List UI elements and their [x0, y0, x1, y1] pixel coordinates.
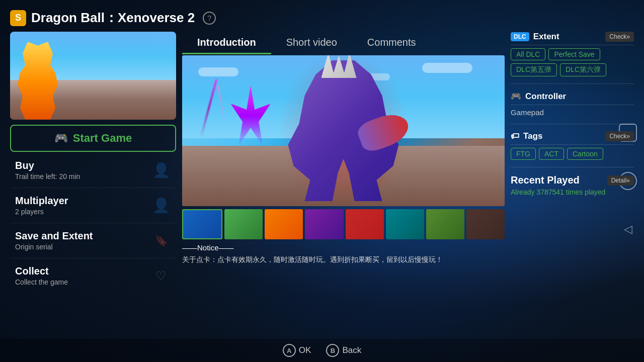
- main-content: DRAGONBALLX·2 🎮 Start Game Buy Trail tim…: [0, 32, 644, 339]
- game-title: Dragon Ball：Xenoverse 2: [31, 9, 195, 27]
- fight-character: [288, 60, 399, 201]
- tab-short-video[interactable]: Short video: [271, 32, 352, 53]
- dlc-tags: All DLC Perfect Save DLC第五弹 DLC第六弹: [511, 48, 634, 76]
- game-screenshot: [182, 55, 505, 206]
- tags-divider: [511, 144, 634, 145]
- controller-icon: 🎮: [511, 91, 521, 102]
- tag-ftg[interactable]: FTG: [511, 148, 536, 160]
- buy-sub: Trail time left: 20 min: [15, 172, 171, 180]
- buy-icon: 👤: [151, 160, 171, 180]
- save-extent-sub: Origin serial: [15, 243, 171, 251]
- dlc-tag-6[interactable]: DLC第六弹: [560, 63, 606, 76]
- dlc-tag-5[interactable]: DLC第五弹: [511, 63, 557, 76]
- buy-menu-item[interactable]: Buy Trail time left: 20 min 👤: [10, 153, 176, 188]
- recent-played-label: Recent Played: [511, 174, 580, 186]
- dlc-tag-all[interactable]: All DLC: [511, 48, 545, 60]
- extent-divider: [511, 45, 634, 45]
- section-divider-3: [511, 167, 634, 167]
- center-panel: Introduction Short video Comments: [182, 32, 505, 339]
- back-button[interactable]: B Back: [326, 344, 361, 357]
- detail-button[interactable]: Detail»: [607, 175, 634, 186]
- heart-icon: ♡: [151, 266, 171, 286]
- tag-cartoon[interactable]: Cartoon: [567, 148, 603, 160]
- thumb-8[interactable]: [466, 209, 505, 239]
- extent-check-button[interactable]: Check»: [605, 32, 634, 42]
- header: S Dragon Ball：Xenoverse 2 ?: [0, 0, 644, 32]
- multiplayer-icon: 👤: [151, 196, 171, 216]
- controller-label: Controller: [525, 92, 566, 102]
- multiplayer-menu-item[interactable]: Multiplayer 2 players 👤: [10, 188, 176, 223]
- buy-title: Buy: [15, 160, 171, 171]
- save-extent-menu-item[interactable]: Save and Extent Origin serial 🔖: [10, 223, 176, 258]
- thumb-5[interactable]: [346, 209, 384, 239]
- recent-played-section: Recent Played Detail» Already 3787541 ti…: [511, 174, 634, 196]
- played-count: 3787541: [536, 188, 564, 196]
- notice-title: ——Notice——: [182, 243, 505, 252]
- controller-section: 🎮 Controller Gamepad: [511, 91, 634, 117]
- save-extent-title: Save and Extent: [15, 230, 171, 242]
- tag-icon: 🏷: [511, 131, 519, 141]
- dlc-tag-perfect-save[interactable]: Perfect Save: [548, 48, 600, 60]
- game-cover: DRAGONBALLX·2: [10, 32, 176, 120]
- extent-title: DLC Extent: [511, 32, 559, 42]
- b-button: B: [326, 344, 339, 357]
- collect-menu-item[interactable]: Collect Collect the game ♡: [10, 258, 176, 293]
- start-button-label: Start Game: [73, 132, 132, 145]
- multiplayer-sub: 2 players: [15, 208, 171, 216]
- played-prefix: Already: [511, 188, 534, 196]
- section-divider-1: [511, 83, 634, 84]
- a-button: A: [283, 344, 296, 357]
- notice-section: ——Notice—— 关于点卡：点卡有效期永久，随时激活随时玩。遇到折扣果断买，…: [182, 243, 505, 265]
- tags-check-button[interactable]: Check»: [605, 131, 634, 141]
- bottom-bar: A OK B Back: [0, 339, 644, 362]
- tabs: Introduction Short video Comments: [182, 32, 505, 53]
- dlc-badge: DLC: [511, 32, 529, 41]
- played-suffix: times played: [566, 188, 606, 196]
- extent-header: DLC Extent Check»: [511, 32, 634, 42]
- tags-section: 🏷 Tags Check» FTG ACT Cartoon: [511, 131, 634, 160]
- controller-divider: [511, 105, 634, 105]
- gamepad-label: Gamepad: [511, 108, 634, 117]
- tags-title: 🏷 Tags: [511, 131, 542, 141]
- tab-introduction[interactable]: Introduction: [182, 32, 271, 53]
- thumb-7[interactable]: [426, 209, 464, 239]
- thumb-4[interactable]: [305, 209, 343, 239]
- thumb-2[interactable]: [224, 209, 263, 239]
- collect-sub: Collect the game: [15, 278, 171, 286]
- tags-label: Tags: [523, 131, 542, 141]
- notice-text: 关于点卡：点卡有效期永久，随时激活随时玩。遇到折扣果断买，留到以后慢慢玩！: [182, 254, 505, 265]
- extent-label: Extent: [533, 32, 559, 42]
- extent-section: DLC Extent Check» All DLC Perfect Save D…: [511, 32, 634, 76]
- app-icon: S: [10, 10, 26, 26]
- tab-comments[interactable]: Comments: [352, 32, 431, 53]
- tag-act[interactable]: ACT: [539, 148, 564, 160]
- recent-played-row: Recent Played Detail»: [511, 174, 634, 186]
- ok-button[interactable]: A OK: [283, 344, 311, 357]
- section-divider-2: [511, 124, 634, 124]
- right-panel: DLC Extent Check» All DLC Perfect Save D…: [511, 32, 634, 339]
- thumb-6[interactable]: [386, 209, 424, 239]
- controller-title: 🎮 Controller: [511, 91, 634, 102]
- collect-title: Collect: [15, 265, 171, 277]
- thumb-1[interactable]: [182, 209, 222, 239]
- thumb-3[interactable]: [265, 209, 303, 239]
- genre-tags: FTG ACT Cartoon: [511, 148, 634, 160]
- multiplayer-title: Multiplayer: [15, 195, 171, 207]
- thumbnail-strip: [182, 209, 505, 239]
- gamepad-icon: 🎮: [54, 132, 68, 145]
- help-icon[interactable]: ?: [203, 12, 216, 25]
- start-game-button[interactable]: 🎮 Start Game: [10, 125, 176, 152]
- tags-header: 🏷 Tags Check»: [511, 131, 634, 141]
- ok-label: OK: [299, 345, 311, 355]
- played-stat: Already 3787541 times played: [511, 188, 634, 196]
- back-label: Back: [342, 345, 361, 355]
- left-panel: DRAGONBALLX·2 🎮 Start Game Buy Trail tim…: [10, 32, 176, 339]
- character: [182, 55, 505, 206]
- save-icon: 🔖: [151, 231, 171, 251]
